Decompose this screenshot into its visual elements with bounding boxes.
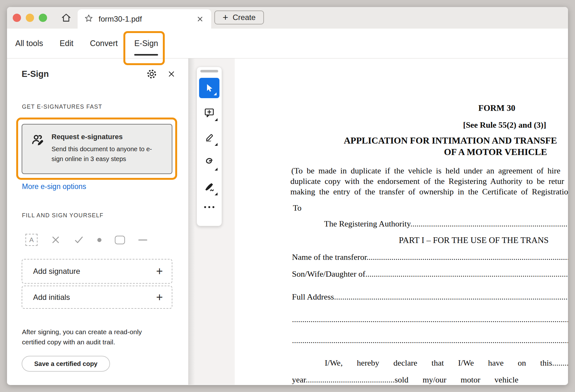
request-card-description: Send this document to anyone to e- sign … xyxy=(52,144,152,164)
maximize-window-button[interactable] xyxy=(39,14,47,22)
save-certified-copy-label: Save a certified copy xyxy=(34,360,98,368)
dropdown-corner-icon xyxy=(215,143,218,146)
minimize-window-button[interactable] xyxy=(26,14,34,22)
doc-paragraph-line1: (To be made in duplicate if the vehicle … xyxy=(291,166,560,176)
pdf-page: FORM 30 [See Rule 55(2) and (3)] APPLICA… xyxy=(235,58,568,385)
tab-bar: form30-1.pdf + Create xyxy=(7,7,568,29)
close-tab-icon[interactable] xyxy=(195,14,205,24)
draw-lasso-tool-button[interactable] xyxy=(199,152,219,172)
toolbar-drag-handle[interactable] xyxy=(200,70,218,72)
plus-icon: + xyxy=(156,265,163,278)
dot-icon[interactable] xyxy=(97,238,101,242)
rounded-square-icon[interactable] xyxy=(115,236,125,244)
panel-title: E-Sign xyxy=(22,69,49,79)
menu-edit[interactable]: Edit xyxy=(59,29,74,58)
home-icon[interactable] xyxy=(59,11,73,25)
acrobat-window: form30-1.pdf + Create All tools Edit Con… xyxy=(7,7,568,385)
add-initials-button[interactable]: Add initials + xyxy=(22,286,172,309)
doc-application-line2: OF A MOTOR VEHICLE xyxy=(444,146,547,158)
request-card-text: Request e-signatures Send this document … xyxy=(52,133,152,164)
text-field-icon[interactable]: A xyxy=(25,234,38,246)
close-panel-icon[interactable] xyxy=(165,68,177,80)
more-tools-icon[interactable] xyxy=(204,206,214,208)
highlight-tool-button[interactable] xyxy=(199,127,219,148)
doc-dotted-line: ........................................… xyxy=(292,314,568,325)
doc-rule-line: [See Rule 55(2) and (3)] xyxy=(463,120,546,131)
line-icon[interactable] xyxy=(138,240,147,240)
request-esignatures-card[interactable]: Request e-signatures Send this document … xyxy=(22,124,172,174)
dropdown-corner-icon xyxy=(214,92,217,95)
certified-copy-note: After signing, you can create a read-onl… xyxy=(22,327,142,347)
panel-shadow xyxy=(189,58,195,385)
add-comment-tool-button[interactable] xyxy=(199,103,219,123)
close-window-button[interactable] xyxy=(13,14,21,22)
gear-icon[interactable] xyxy=(146,68,158,80)
menu-bar: All tools Edit Convert E-Sign xyxy=(7,29,568,58)
desktop: form30-1.pdf + Create All tools Edit Con… xyxy=(0,0,575,392)
menu-all-tools[interactable]: All tools xyxy=(15,29,44,58)
doc-declaration-line1: I/We, hereby declare that I/We have on t… xyxy=(325,358,568,368)
quick-tools-toolbar xyxy=(197,67,222,226)
content-area: E-Sign GET E-SIGNATURES FAST xyxy=(7,58,568,385)
request-esignatures-icon xyxy=(31,133,45,149)
dropdown-corner-icon xyxy=(215,168,218,171)
document-tab[interactable]: form30-1.pdf xyxy=(78,9,211,29)
check-mark-icon[interactable] xyxy=(74,235,84,245)
create-button[interactable]: + Create xyxy=(214,10,264,24)
add-signature-button[interactable]: Add signature + xyxy=(22,259,172,284)
tab-title: form30-1.pdf xyxy=(99,15,142,24)
bookmark-star-icon[interactable] xyxy=(84,14,94,24)
esign-panel: E-Sign GET E-SIGNATURES FAST xyxy=(7,58,188,385)
doc-paragraph-line2: duplicate copy with the endorsement of t… xyxy=(290,176,564,187)
add-signature-label: Add signature xyxy=(33,267,80,276)
add-initials-label: Add initials xyxy=(33,293,70,302)
plus-icon: + xyxy=(223,13,228,22)
select-tool-button[interactable] xyxy=(199,78,219,98)
dropdown-corner-icon xyxy=(215,118,218,121)
section-get-esignatures: GET E-SIGNATURES FAST xyxy=(22,104,102,110)
more-esign-options-link[interactable]: More e-sign options xyxy=(22,182,86,191)
doc-declaration-line2: year....................................… xyxy=(292,375,518,385)
doc-full-address-line: Full Address............................… xyxy=(292,292,568,302)
window-controls xyxy=(13,14,47,22)
plus-icon: + xyxy=(156,291,163,304)
doc-dotted-line: ........................................… xyxy=(292,335,568,346)
menu-esign[interactable]: E-Sign xyxy=(134,29,159,58)
doc-name-of-transferor-line: Name of the transferor..................… xyxy=(292,252,568,263)
section-fill-and-sign: FILL AND SIGN YOURSELF xyxy=(22,212,104,219)
panel-header: E-Sign xyxy=(22,68,177,80)
doc-part1-heading: PART I – FOR THE USE OF THE TRANS xyxy=(399,235,549,246)
fill-sign-tools: A xyxy=(25,233,147,247)
save-certified-copy-button[interactable]: Save a certified copy xyxy=(22,356,110,372)
doc-to-line: To xyxy=(293,203,301,213)
create-button-label: Create xyxy=(233,13,256,22)
doc-registering-authority-line: The Registering Authority...............… xyxy=(324,219,568,229)
doc-son-wife-daughter-line: Son/Wife/Daughter of....................… xyxy=(292,269,568,280)
request-card-title: Request e-signatures xyxy=(52,133,152,141)
menu-convert[interactable]: Convert xyxy=(89,29,119,58)
document-canvas: FORM 30 [See Rule 55(2) and (3)] APPLICA… xyxy=(189,58,568,385)
sign-tool-button[interactable] xyxy=(199,177,219,197)
doc-application-line1: APPLICATION FOR INTIMATION AND TRANSFE xyxy=(344,135,557,146)
cross-mark-icon[interactable] xyxy=(51,235,60,245)
doc-heading-form30: FORM 30 xyxy=(478,103,515,114)
dropdown-corner-icon xyxy=(215,193,218,195)
doc-paragraph-line3: making the entry of the transfer of owne… xyxy=(290,187,568,197)
